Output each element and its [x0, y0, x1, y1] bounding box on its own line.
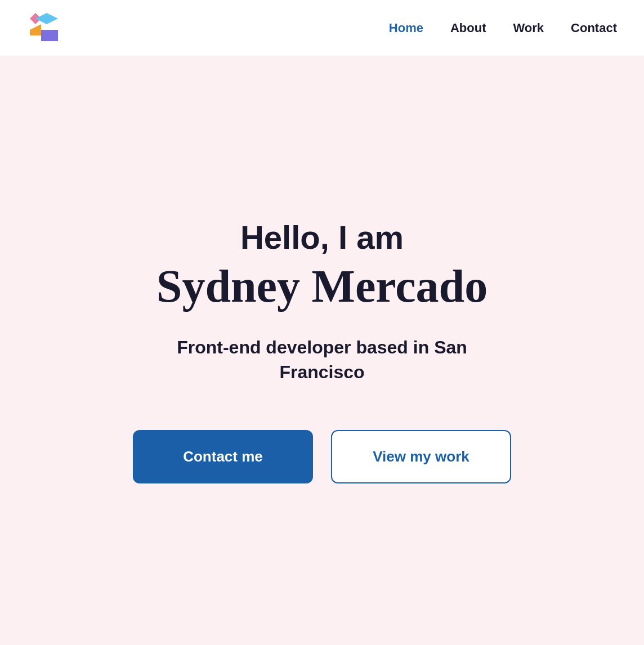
hero-buttons: Contact me View my work [133, 430, 511, 483]
hero-subtitle: Front-end developer based in San Francis… [147, 335, 497, 386]
hero-name: Sydney Mercado [156, 261, 488, 312]
svg-marker-2 [30, 24, 41, 35]
view-my-work-button[interactable]: View my work [331, 430, 511, 483]
nav-item-about[interactable]: About [450, 21, 486, 35]
nav-item-home[interactable]: Home [389, 21, 423, 35]
hero-greeting: Hello, I am [240, 218, 404, 257]
svg-marker-3 [41, 30, 58, 41]
hero-section: Hello, I am Sydney Mercado Front-end dev… [0, 56, 644, 645]
nav-links: Home About Work Contact [389, 21, 617, 35]
navbar: Home About Work Contact [0, 0, 644, 56]
logo [27, 10, 61, 46]
contact-me-button[interactable]: Contact me [133, 430, 313, 483]
nav-item-contact[interactable]: Contact [571, 21, 617, 35]
svg-marker-1 [35, 13, 58, 24]
nav-item-work[interactable]: Work [513, 21, 544, 35]
